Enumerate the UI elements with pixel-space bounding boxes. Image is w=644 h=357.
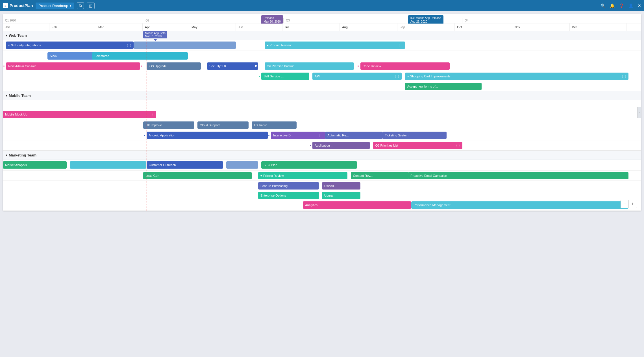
bar-pricing-review[interactable]: ▾Pricing Review ⋮⋮ [258, 172, 347, 179]
month-may: May [189, 23, 236, 31]
month-feb: Feb [49, 23, 96, 31]
bar-code-review[interactable]: Code Review [360, 62, 450, 70]
month-dec: Dec [570, 23, 626, 31]
web-row-4: Self Service ... API ⋮⋮ ▾Shopping Cart I… [3, 71, 641, 81]
brand: ProductPlan [3, 3, 33, 8]
timeline-header: ReleaseMay 30, 2020 iOS Mobile App Relea… [3, 14, 641, 31]
bar-android[interactable]: Android Application [147, 132, 268, 139]
bar-accept-forms[interactable]: Accept new forms of... [405, 83, 482, 90]
bar-q3-priorities[interactable]: Q3 Priorities List ⋮⋮ [373, 142, 462, 149]
bar-co-ext[interactable] [226, 161, 258, 169]
mkt-row-4: Enterprise Options Upgra... [3, 190, 641, 200]
bell-icon[interactable]: 🔔 [610, 3, 615, 8]
bar-cloud-support[interactable]: Cloud Support [197, 121, 249, 129]
bar-analytics[interactable]: Analytics [303, 201, 411, 209]
roadmap-dropdown[interactable]: Product Roadmap [36, 3, 74, 9]
bar-ticketing[interactable]: Ticketing System [383, 132, 447, 139]
month-apr: Apr [143, 23, 189, 31]
zoom-minus-button[interactable]: − [621, 200, 629, 208]
month-jan: Jan [3, 23, 49, 31]
save-button[interactable]: ◫ [87, 3, 95, 9]
sidebar-toggle[interactable]: ‹ [637, 107, 641, 118]
bar-application[interactable]: Application ... [312, 142, 370, 149]
mobile-team-chevron: ▾ [6, 94, 7, 97]
q2-label: Q2 [143, 18, 284, 23]
mkt-row-3: Feature Purchasing Discou... [3, 181, 641, 190]
bar-upgrade[interactable]: Upgra... [322, 192, 360, 199]
bar-enterprise[interactable]: Enterprise Options [258, 192, 319, 199]
help-icon[interactable]: ❓ [619, 3, 624, 8]
q4-label: Q4 [462, 18, 641, 23]
mobile-row-4: Application ... Q3 Priorities List ⋮⋮ [3, 140, 641, 151]
gantt-area: ▾ Web Team ▾3rd Party Integrations ⋮⋮ ▸P… [3, 31, 641, 211]
mobile-team-label: Mobile Team [9, 93, 31, 98]
bar-market-analysis[interactable]: Market Analysis [3, 161, 67, 169]
copy-button[interactable]: ⧉ [77, 2, 84, 9]
bar-customer-outreach[interactable]: Customer Outreach ⋮⋮ [147, 161, 223, 169]
web-team-chevron: ▾ [6, 34, 7, 37]
topnav-icons: 🔍 🔔 ❓ 👤 ✕ [601, 3, 641, 8]
month-oct: Oct [455, 23, 512, 31]
bar-performance-mgmt[interactable]: Performance Management [411, 201, 628, 209]
month-jun: Jun [236, 23, 282, 31]
roadmap-name: Product Roadmap [38, 4, 68, 8]
bar-salesforce[interactable]: Salesforce ⋮⋮ [92, 52, 188, 60]
bar-api[interactable]: API ⋮⋮ [312, 73, 402, 80]
bar-3rd-party[interactable]: ▾3rd Party Integrations ⋮⋮ [6, 42, 134, 49]
marketing-team-chevron: ▾ [6, 154, 7, 157]
bar-proactive-email[interactable]: Proactive Email Campaign [408, 172, 628, 179]
mkt-row-1: Market Analysis ⋮⋮ Customer Outreach ⋮⋮ … [3, 160, 641, 171]
bar-shopping-cart[interactable]: ▾Shopping Cart Improvements ⋮⋮ [405, 73, 628, 80]
zoom-plus-button[interactable]: + [629, 200, 637, 208]
bar-mkt-ext[interactable]: ⋮⋮ [70, 161, 146, 169]
web-row-1: ▾3rd Party Integrations ⋮⋮ ▸Product Revi… [3, 40, 641, 51]
mobile-row-2: UX Improve... Cloud Support UX Impro... [3, 120, 641, 130]
mobile-row-1: Mobile Mock Up ⋮⋮ [3, 109, 641, 120]
bar-lead-gen[interactable]: Lead Gen [143, 172, 252, 179]
web-team-section: ▾ Web Team ▾3rd Party Integrations ⋮⋮ ▸P… [3, 31, 641, 91]
web-row-2: Slack Salesforce ⋮⋮ [3, 51, 641, 61]
brand-name: ProductPlan [10, 3, 33, 8]
bar-ios-upgrade[interactable]: iOS Upgrade [147, 62, 201, 70]
month-nov: Nov [512, 23, 569, 31]
month-mar: Mar [96, 23, 143, 31]
zoom-controls: − + [621, 200, 637, 208]
bar-security[interactable]: Security 2.0 [207, 62, 258, 70]
bar-automatic[interactable]: Automatic Re... [325, 132, 382, 139]
month-sep: Sep [397, 23, 455, 31]
user-icon[interactable]: 👤 [628, 3, 633, 8]
bar-feature-purchasing[interactable]: Feature Purchasing [258, 182, 319, 190]
bar-ux-improve2[interactable]: UX Impro... [252, 121, 296, 129]
bar-discount[interactable]: Discou... [322, 182, 360, 190]
mobile-team-header[interactable]: ▾ Mobile Team [3, 91, 641, 100]
month-jul: Jul [282, 23, 340, 31]
mkt-row-2: Lead Gen ▾Pricing Review ⋮⋮ Content Rev.… [3, 171, 641, 181]
brand-icon [3, 3, 8, 8]
marketing-team-header[interactable]: ▾ Marketing Team [3, 151, 641, 160]
search-icon[interactable]: 🔍 [601, 3, 605, 8]
topnav: ProductPlan Product Roadmap ⧉ ◫ 🔍 🔔 ❓ 👤 … [0, 0, 644, 11]
web-team-label: Web Team [9, 33, 27, 38]
bar-content-rev[interactable]: Content Rev... [351, 172, 408, 179]
web-row-5: Accept new forms of... [3, 81, 641, 91]
bar-ux-improve1[interactable]: UX Improve... [143, 121, 194, 129]
main-wrapper: ReleaseMay 30, 2020 iOS Mobile App Relea… [0, 11, 644, 214]
marketing-team-section: ▾ Marketing Team Market Analysis ⋮⋮ Cust… [3, 151, 641, 211]
bar-new-admin[interactable]: New Admin Console [6, 62, 140, 70]
bar-product-review[interactable]: ▸Product Review ⋮⋮ [265, 42, 405, 49]
roadmap-container: ReleaseMay 30, 2020 iOS Mobile App Relea… [3, 14, 641, 211]
bar-self-service[interactable]: Self Service ... [261, 73, 309, 80]
bar-interactive[interactable]: Interactive D... ⋮⋮ [271, 132, 325, 139]
marketing-team-label: Marketing Team [9, 153, 36, 157]
close-icon[interactable]: ✕ [638, 3, 641, 8]
bar-seo-plan[interactable]: SEO Plan [261, 161, 357, 169]
mobile-team-section: ▾ Mobile Team Mobile App BetaMar 31, 202… [3, 91, 641, 151]
bar-on-premise[interactable]: On Premise Backup [265, 62, 354, 70]
q3-label: Q3 [284, 18, 462, 23]
web-row-3: New Admin Console iOS Upgrade Security 2… [3, 61, 641, 71]
mobile-row-3: Android Application Interactive D... ⋮⋮ … [3, 130, 641, 140]
web-team-header[interactable]: ▾ Web Team [3, 31, 641, 40]
bar-3rd-party-ext[interactable] [134, 42, 236, 49]
bar-mobile-mockup[interactable]: Mobile Mock Up ⋮⋮ [3, 111, 156, 118]
month-aug: Aug [340, 23, 397, 31]
